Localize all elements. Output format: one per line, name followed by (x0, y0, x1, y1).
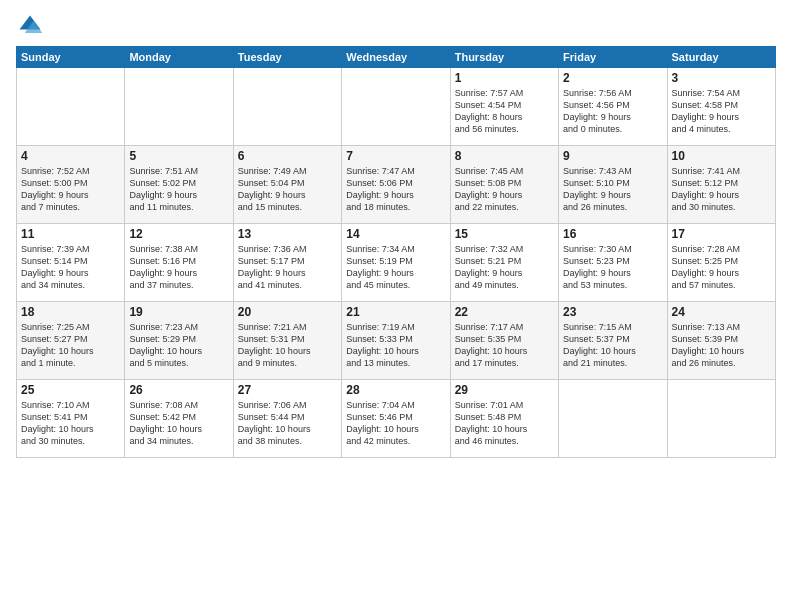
calendar-cell: 18Sunrise: 7:25 AM Sunset: 5:27 PM Dayli… (17, 302, 125, 380)
day-number: 21 (346, 305, 445, 319)
cell-content: Sunrise: 7:10 AM Sunset: 5:41 PM Dayligh… (21, 399, 120, 448)
cell-content: Sunrise: 7:08 AM Sunset: 5:42 PM Dayligh… (129, 399, 228, 448)
cell-content: Sunrise: 7:51 AM Sunset: 5:02 PM Dayligh… (129, 165, 228, 214)
cell-content: Sunrise: 7:04 AM Sunset: 5:46 PM Dayligh… (346, 399, 445, 448)
day-number: 14 (346, 227, 445, 241)
calendar-cell: 6Sunrise: 7:49 AM Sunset: 5:04 PM Daylig… (233, 146, 341, 224)
logo (16, 12, 48, 40)
day-number: 24 (672, 305, 771, 319)
cell-content: Sunrise: 7:30 AM Sunset: 5:23 PM Dayligh… (563, 243, 662, 292)
cell-content: Sunrise: 7:56 AM Sunset: 4:56 PM Dayligh… (563, 87, 662, 136)
header-cell-tuesday: Tuesday (233, 47, 341, 68)
cell-content: Sunrise: 7:45 AM Sunset: 5:08 PM Dayligh… (455, 165, 554, 214)
week-row-2: 4Sunrise: 7:52 AM Sunset: 5:00 PM Daylig… (17, 146, 776, 224)
header-cell-thursday: Thursday (450, 47, 558, 68)
cell-content: Sunrise: 7:25 AM Sunset: 5:27 PM Dayligh… (21, 321, 120, 370)
day-number: 4 (21, 149, 120, 163)
week-row-4: 18Sunrise: 7:25 AM Sunset: 5:27 PM Dayli… (17, 302, 776, 380)
calendar-cell: 27Sunrise: 7:06 AM Sunset: 5:44 PM Dayli… (233, 380, 341, 458)
calendar-cell: 3Sunrise: 7:54 AM Sunset: 4:58 PM Daylig… (667, 68, 775, 146)
header-cell-saturday: Saturday (667, 47, 775, 68)
day-number: 13 (238, 227, 337, 241)
day-number: 11 (21, 227, 120, 241)
day-number: 26 (129, 383, 228, 397)
calendar-cell: 13Sunrise: 7:36 AM Sunset: 5:17 PM Dayli… (233, 224, 341, 302)
day-number: 5 (129, 149, 228, 163)
cell-content: Sunrise: 7:38 AM Sunset: 5:16 PM Dayligh… (129, 243, 228, 292)
day-number: 8 (455, 149, 554, 163)
day-number: 6 (238, 149, 337, 163)
calendar-cell (125, 68, 233, 146)
day-number: 10 (672, 149, 771, 163)
day-number: 16 (563, 227, 662, 241)
calendar-cell: 14Sunrise: 7:34 AM Sunset: 5:19 PM Dayli… (342, 224, 450, 302)
calendar-cell: 5Sunrise: 7:51 AM Sunset: 5:02 PM Daylig… (125, 146, 233, 224)
cell-content: Sunrise: 7:43 AM Sunset: 5:10 PM Dayligh… (563, 165, 662, 214)
day-number: 12 (129, 227, 228, 241)
calendar-cell: 26Sunrise: 7:08 AM Sunset: 5:42 PM Dayli… (125, 380, 233, 458)
calendar-table: SundayMondayTuesdayWednesdayThursdayFrid… (16, 46, 776, 458)
calendar-cell: 25Sunrise: 7:10 AM Sunset: 5:41 PM Dayli… (17, 380, 125, 458)
cell-content: Sunrise: 7:57 AM Sunset: 4:54 PM Dayligh… (455, 87, 554, 136)
logo-icon (16, 12, 44, 40)
day-number: 18 (21, 305, 120, 319)
calendar-cell: 16Sunrise: 7:30 AM Sunset: 5:23 PM Dayli… (559, 224, 667, 302)
week-row-5: 25Sunrise: 7:10 AM Sunset: 5:41 PM Dayli… (17, 380, 776, 458)
calendar-cell: 11Sunrise: 7:39 AM Sunset: 5:14 PM Dayli… (17, 224, 125, 302)
calendar-cell: 2Sunrise: 7:56 AM Sunset: 4:56 PM Daylig… (559, 68, 667, 146)
cell-content: Sunrise: 7:06 AM Sunset: 5:44 PM Dayligh… (238, 399, 337, 448)
cell-content: Sunrise: 7:54 AM Sunset: 4:58 PM Dayligh… (672, 87, 771, 136)
cell-content: Sunrise: 7:36 AM Sunset: 5:17 PM Dayligh… (238, 243, 337, 292)
calendar-cell (233, 68, 341, 146)
day-number: 23 (563, 305, 662, 319)
calendar-cell: 1Sunrise: 7:57 AM Sunset: 4:54 PM Daylig… (450, 68, 558, 146)
week-row-3: 11Sunrise: 7:39 AM Sunset: 5:14 PM Dayli… (17, 224, 776, 302)
cell-content: Sunrise: 7:41 AM Sunset: 5:12 PM Dayligh… (672, 165, 771, 214)
day-number: 20 (238, 305, 337, 319)
cell-content: Sunrise: 7:13 AM Sunset: 5:39 PM Dayligh… (672, 321, 771, 370)
cell-content: Sunrise: 7:01 AM Sunset: 5:48 PM Dayligh… (455, 399, 554, 448)
cell-content: Sunrise: 7:28 AM Sunset: 5:25 PM Dayligh… (672, 243, 771, 292)
calendar-cell: 9Sunrise: 7:43 AM Sunset: 5:10 PM Daylig… (559, 146, 667, 224)
cell-content: Sunrise: 7:19 AM Sunset: 5:33 PM Dayligh… (346, 321, 445, 370)
day-number: 2 (563, 71, 662, 85)
calendar-cell: 29Sunrise: 7:01 AM Sunset: 5:48 PM Dayli… (450, 380, 558, 458)
calendar-cell: 21Sunrise: 7:19 AM Sunset: 5:33 PM Dayli… (342, 302, 450, 380)
cell-content: Sunrise: 7:49 AM Sunset: 5:04 PM Dayligh… (238, 165, 337, 214)
calendar-cell: 12Sunrise: 7:38 AM Sunset: 5:16 PM Dayli… (125, 224, 233, 302)
calendar-cell (17, 68, 125, 146)
cell-content: Sunrise: 7:15 AM Sunset: 5:37 PM Dayligh… (563, 321, 662, 370)
week-row-1: 1Sunrise: 7:57 AM Sunset: 4:54 PM Daylig… (17, 68, 776, 146)
day-number: 19 (129, 305, 228, 319)
calendar-cell: 17Sunrise: 7:28 AM Sunset: 5:25 PM Dayli… (667, 224, 775, 302)
cell-content: Sunrise: 7:23 AM Sunset: 5:29 PM Dayligh… (129, 321, 228, 370)
day-number: 7 (346, 149, 445, 163)
calendar-cell: 10Sunrise: 7:41 AM Sunset: 5:12 PM Dayli… (667, 146, 775, 224)
day-number: 1 (455, 71, 554, 85)
day-number: 3 (672, 71, 771, 85)
calendar-cell: 4Sunrise: 7:52 AM Sunset: 5:00 PM Daylig… (17, 146, 125, 224)
header (16, 12, 776, 40)
day-number: 25 (21, 383, 120, 397)
day-number: 27 (238, 383, 337, 397)
cell-content: Sunrise: 7:52 AM Sunset: 5:00 PM Dayligh… (21, 165, 120, 214)
header-cell-wednesday: Wednesday (342, 47, 450, 68)
header-cell-sunday: Sunday (17, 47, 125, 68)
calendar-cell: 15Sunrise: 7:32 AM Sunset: 5:21 PM Dayli… (450, 224, 558, 302)
calendar-cell: 22Sunrise: 7:17 AM Sunset: 5:35 PM Dayli… (450, 302, 558, 380)
day-number: 9 (563, 149, 662, 163)
cell-content: Sunrise: 7:21 AM Sunset: 5:31 PM Dayligh… (238, 321, 337, 370)
calendar-cell: 8Sunrise: 7:45 AM Sunset: 5:08 PM Daylig… (450, 146, 558, 224)
cell-content: Sunrise: 7:47 AM Sunset: 5:06 PM Dayligh… (346, 165, 445, 214)
day-number: 17 (672, 227, 771, 241)
cell-content: Sunrise: 7:32 AM Sunset: 5:21 PM Dayligh… (455, 243, 554, 292)
calendar-page: SundayMondayTuesdayWednesdayThursdayFrid… (0, 0, 792, 612)
calendar-cell (559, 380, 667, 458)
cell-content: Sunrise: 7:39 AM Sunset: 5:14 PM Dayligh… (21, 243, 120, 292)
calendar-cell: 23Sunrise: 7:15 AM Sunset: 5:37 PM Dayli… (559, 302, 667, 380)
header-cell-monday: Monday (125, 47, 233, 68)
calendar-cell (342, 68, 450, 146)
cell-content: Sunrise: 7:34 AM Sunset: 5:19 PM Dayligh… (346, 243, 445, 292)
day-number: 28 (346, 383, 445, 397)
day-number: 15 (455, 227, 554, 241)
